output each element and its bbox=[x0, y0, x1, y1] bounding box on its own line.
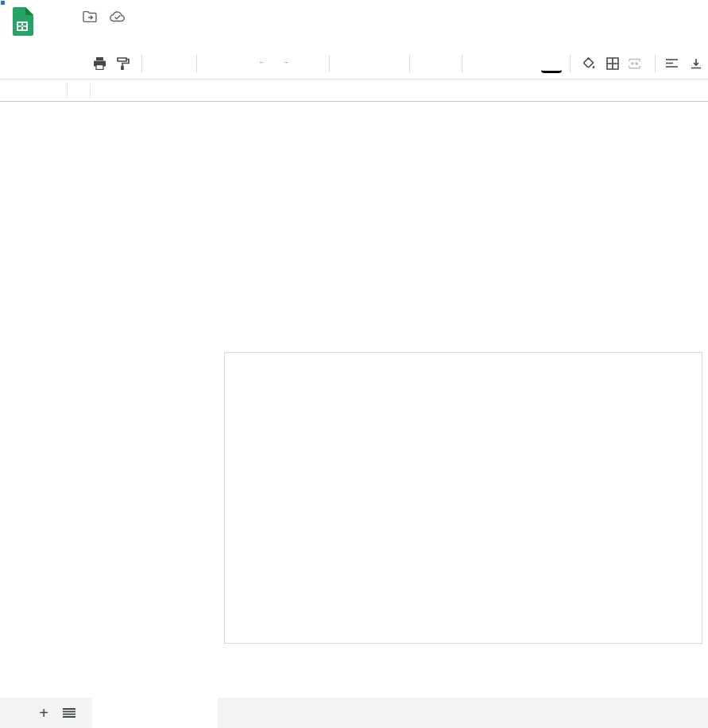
increase-decimal-button[interactable]: → bbox=[277, 53, 297, 74]
sheet-tab-bar: + bbox=[0, 698, 708, 728]
menu-bar bbox=[51, 27, 708, 46]
embedded-chart[interactable] bbox=[224, 352, 702, 644]
vertical-align-button[interactable] bbox=[687, 53, 708, 74]
zoom-select[interactable] bbox=[150, 53, 189, 74]
font-select[interactable] bbox=[338, 53, 401, 74]
decrease-decimal-button[interactable]: ← bbox=[253, 53, 273, 74]
borders-button[interactable] bbox=[602, 53, 623, 74]
add-sheet-button[interactable]: + bbox=[32, 698, 56, 728]
format-percent-button[interactable] bbox=[229, 53, 250, 74]
strikethrough-button[interactable] bbox=[517, 53, 538, 74]
bold-button[interactable] bbox=[470, 53, 490, 74]
redo-button[interactable] bbox=[65, 53, 86, 74]
all-sheets-button[interactable] bbox=[56, 698, 83, 728]
print-button[interactable] bbox=[89, 53, 110, 74]
font-size-select[interactable] bbox=[418, 53, 454, 74]
formula-bar bbox=[0, 80, 708, 102]
sheet-tab-active[interactable] bbox=[92, 698, 218, 728]
cloud-status-icon[interactable] bbox=[110, 11, 126, 22]
format-currency-button[interactable] bbox=[205, 53, 226, 74]
number-format-button[interactable] bbox=[300, 53, 321, 74]
fill-color-button[interactable] bbox=[578, 53, 599, 74]
undo-button[interactable] bbox=[41, 53, 62, 74]
italic-button[interactable] bbox=[493, 53, 514, 74]
top-bar bbox=[0, 0, 708, 48]
fill-handle[interactable] bbox=[0, 0, 6, 6]
text-color-button[interactable] bbox=[541, 57, 562, 73]
horizontal-align-button[interactable] bbox=[664, 53, 684, 74]
toolbar: ← → bbox=[0, 48, 708, 79]
move-to-folder-icon[interactable] bbox=[83, 11, 97, 22]
paint-format-button[interactable] bbox=[113, 53, 133, 74]
merge-cells-button[interactable] bbox=[626, 53, 647, 74]
sheets-logo-icon[interactable] bbox=[11, 7, 33, 37]
